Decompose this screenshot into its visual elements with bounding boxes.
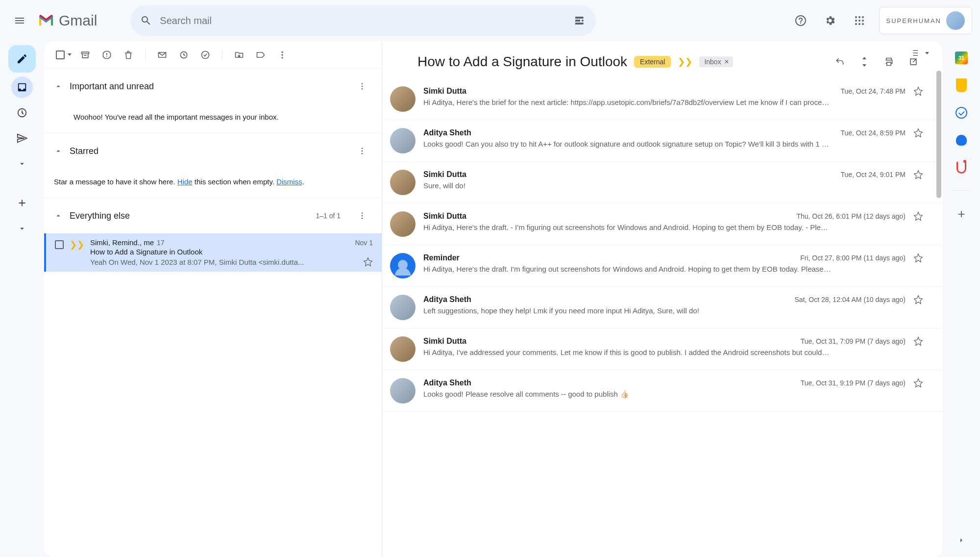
nav-sent[interactable]	[11, 127, 33, 149]
thread-message[interactable]: Simki Dutta Thu, Oct 26, 6:01 PM (12 day…	[382, 203, 943, 245]
thread-message[interactable]: Aditya Sheth Tue, Oct 31, 9:19 PM (7 day…	[382, 370, 943, 412]
section-starred-header[interactable]: Starred	[44, 133, 382, 169]
settings-icon[interactable]	[820, 11, 840, 30]
header-right: SUPERHUMAN	[791, 7, 972, 34]
side-panel-toggle[interactable]	[955, 533, 968, 547]
section-important-header[interactable]: Important and unread	[44, 69, 382, 104]
more-actions-button[interactable]	[272, 45, 292, 65]
sender-name: Aditya Sheth	[423, 128, 471, 137]
star-icon[interactable]	[913, 378, 923, 388]
nav-collapse[interactable]	[11, 218, 33, 239]
compose-button[interactable]	[8, 45, 36, 73]
section-important: Important and unread Woohoo! You've read…	[44, 69, 382, 133]
hide-link[interactable]: Hide	[177, 177, 193, 186]
get-addons-button[interactable]: +	[957, 206, 965, 222]
add-to-tasks-button[interactable]	[196, 45, 215, 65]
search-options-icon[interactable]	[574, 15, 586, 26]
sender-avatar[interactable]	[390, 170, 416, 195]
sender-avatar[interactable]	[390, 128, 416, 153]
star-icon[interactable]	[913, 170, 923, 179]
expand-collapse-icon[interactable]	[855, 52, 874, 72]
svg-point-9	[862, 23, 864, 25]
dismiss-link[interactable]: Dismiss	[276, 177, 302, 186]
thread-message[interactable]: Simki Dutta Tue, Oct 31, 7:09 PM (7 days…	[382, 329, 943, 370]
search-input[interactable]	[160, 15, 566, 26]
message-row[interactable]: ❯❯ Simki, Remind., me 17 Nov 1 How to Ad…	[44, 233, 382, 272]
section-important-menu[interactable]	[352, 76, 372, 96]
message-snippet: Hi Aditya, Here's the draft. - I'm figur…	[423, 223, 923, 231]
superhuman-badge[interactable]: SUPERHUMAN	[879, 7, 972, 34]
search-bar[interactable]	[130, 5, 596, 36]
thread-message[interactable]: Simki Dutta Tue, Oct 24, 9:01 PM Sure, w…	[382, 162, 943, 203]
section-starred-menu[interactable]	[352, 141, 372, 161]
mark-unread-button[interactable]	[152, 45, 172, 65]
addon-icon[interactable]	[955, 161, 968, 175]
sender-avatar[interactable]	[390, 253, 416, 278]
sender-avatar[interactable]	[390, 211, 416, 237]
main-menu-button[interactable]	[8, 9, 31, 32]
inbox-label[interactable]: Inbox✕	[699, 56, 733, 67]
section-important-title: Important and unread	[70, 81, 345, 92]
delete-button[interactable]	[119, 45, 138, 65]
nav-add-label[interactable]	[11, 192, 33, 214]
report-spam-button[interactable]	[97, 45, 117, 65]
labels-button[interactable]	[251, 45, 270, 65]
scrollbar[interactable]	[936, 71, 941, 316]
gmail-logo[interactable]: Gmail	[37, 12, 97, 29]
section-important-body: Woohoo! You've read all the important me…	[44, 104, 382, 133]
thread-message[interactable]: Aditya Sheth Tue, Oct 24, 8:59 PM Looks …	[382, 120, 943, 162]
star-icon[interactable]	[913, 128, 923, 138]
sender-avatar[interactable]	[390, 295, 416, 320]
star-icon[interactable]	[363, 257, 373, 267]
row-count: 17	[157, 239, 165, 247]
list-pane: Important and unread Woohoo! You've read…	[44, 41, 382, 557]
svg-point-24	[362, 218, 363, 219]
importance-marker-icon[interactable]: ❯❯	[678, 56, 692, 67]
star-icon[interactable]	[913, 336, 923, 346]
svg-point-19	[362, 148, 363, 149]
section-everything-menu[interactable]	[352, 206, 372, 226]
nav-inbox[interactable]	[11, 76, 33, 98]
contacts-icon[interactable]	[955, 133, 968, 147]
star-icon[interactable]	[913, 86, 923, 96]
reply-icon[interactable]	[830, 52, 850, 72]
sender-avatar[interactable]	[390, 336, 416, 362]
apps-icon[interactable]	[850, 11, 869, 30]
thread-message[interactable]: Aditya Sheth Sat, Oct 28, 12:04 AM (10 d…	[382, 287, 943, 329]
calendar-icon[interactable]: 31	[955, 51, 968, 65]
print-icon[interactable]	[879, 52, 899, 72]
importance-marker-icon[interactable]: ❯❯	[70, 238, 84, 267]
thread-header: How to Add a Signature in Outlook Extern…	[382, 41, 943, 78]
star-icon[interactable]	[913, 211, 923, 221]
keep-icon[interactable]	[955, 78, 968, 92]
help-icon[interactable]	[791, 11, 810, 30]
thread-message[interactable]: Reminder Fri, Oct 27, 8:00 PM (11 days a…	[382, 245, 943, 287]
message-date: Sat, Oct 28, 12:04 AM (10 days ago)	[795, 296, 906, 304]
remove-label-icon[interactable]: ✕	[724, 58, 729, 65]
snooze-button[interactable]	[174, 45, 194, 65]
sender-avatar[interactable]	[390, 378, 416, 404]
svg-point-5	[858, 20, 860, 22]
tasks-icon[interactable]	[955, 106, 968, 120]
star-icon[interactable]	[913, 253, 923, 263]
thread-message[interactable]: Simki Dutta Tue, Oct 24, 7:48 PM Hi Adit…	[382, 78, 943, 120]
svg-point-22	[362, 212, 363, 214]
svg-point-8	[858, 23, 860, 25]
sender-avatar[interactable]	[390, 86, 416, 112]
nav-more[interactable]	[11, 153, 33, 175]
external-badge: External	[634, 56, 671, 68]
nav-snoozed[interactable]	[11, 102, 33, 124]
message-date: Tue, Oct 24, 9:01 PM	[840, 171, 906, 178]
select-all-checkbox[interactable]	[54, 45, 74, 65]
display-density-toggle[interactable]	[911, 48, 929, 58]
move-to-button[interactable]	[229, 45, 249, 65]
archive-button[interactable]	[75, 45, 95, 65]
thread-title: How to Add a Signature in Outlook	[417, 54, 627, 70]
section-everything: Everything else 1–1 of 1 ❯❯ Simki, Remin…	[44, 198, 382, 272]
section-everything-header[interactable]: Everything else 1–1 of 1	[44, 198, 382, 233]
row-checkbox[interactable]	[55, 240, 64, 249]
collapse-icon	[54, 211, 63, 220]
thread-message-list[interactable]: Simki Dutta Tue, Oct 24, 7:48 PM Hi Adit…	[382, 78, 943, 557]
account-avatar[interactable]	[946, 11, 965, 30]
star-icon[interactable]	[913, 295, 923, 304]
